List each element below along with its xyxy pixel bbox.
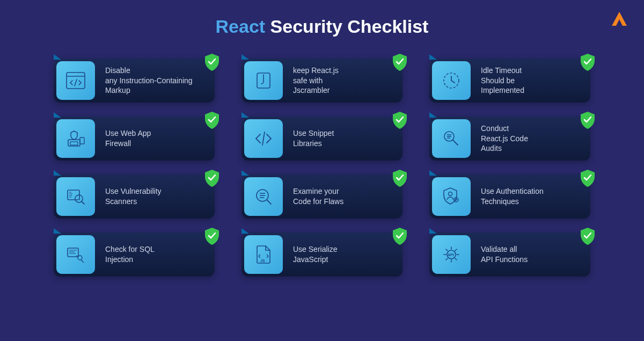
- card-fold-decoration: [429, 112, 437, 118]
- card-label: Examine yourCode for Flaws: [286, 186, 402, 207]
- card-fold-decoration: [429, 170, 437, 176]
- checklist-card: Check for SQLInjection: [54, 233, 215, 277]
- checklist-card: Use VulnerabilityScanners: [54, 175, 215, 219]
- auth-shield-icon: [432, 177, 471, 216]
- card-fold-decoration: [429, 228, 437, 234]
- checklist-card: Validate allAPI Functions: [429, 233, 590, 277]
- checklist-card: Use SnippetLibraries: [241, 117, 402, 161]
- clock-idle-icon: [432, 61, 471, 100]
- card-label: Disableany Instruction-Containing Markup: [98, 66, 215, 96]
- checklist-card: Use AuthenticationTechniques: [429, 175, 590, 219]
- shield-check-icon: [204, 169, 220, 187]
- shield-check-icon: [580, 53, 596, 71]
- shield-check-icon: [580, 169, 596, 187]
- checklist-card: ConductReact.js CodeAudits: [429, 117, 590, 161]
- card-label: Idle TimeoutShould beImplemented: [473, 66, 590, 96]
- js-file-icon: [244, 235, 283, 274]
- checklist-card: Examine yourCode for Flaws: [241, 175, 402, 219]
- card-fold-decoration: [241, 228, 249, 234]
- title-rest: Security Checklist: [265, 16, 428, 37]
- card-fold-decoration: [54, 170, 61, 176]
- page-title: React Security Checklist: [0, 0, 644, 37]
- card-fold-decoration: [54, 112, 61, 118]
- shield-check-icon: [204, 111, 220, 129]
- card-fold-decoration: [241, 54, 249, 60]
- checklist-card: Use SerializeJavaScript: [241, 233, 402, 277]
- brand-logo: [610, 10, 629, 31]
- checklist-card: Use Web AppFirewall: [54, 117, 215, 161]
- shield-check-icon: [392, 53, 408, 71]
- card-label: Check for SQLInjection: [98, 244, 215, 265]
- card-label: Use VulnerabilityScanners: [98, 186, 215, 207]
- shield-check-icon: [392, 169, 408, 187]
- scanner-icon: [56, 177, 95, 216]
- sql-injection-icon: [56, 235, 95, 274]
- card-label: Use SnippetLibraries: [286, 128, 402, 149]
- title-accent: React: [216, 16, 266, 37]
- card-label: Use Web AppFirewall: [98, 128, 215, 149]
- card-label: Use SerializeJavaScript: [286, 244, 402, 265]
- magnify-doc-icon: [244, 177, 283, 216]
- card-fold-decoration: [241, 112, 249, 118]
- shield-check-icon: [392, 227, 408, 245]
- card-fold-decoration: [54, 54, 61, 60]
- shield-check-icon: [580, 111, 596, 129]
- card-label: Validate allAPI Functions: [473, 244, 590, 265]
- checklist-card: keep React.jssafe withJscrambler: [241, 59, 402, 103]
- api-gear-icon: [432, 235, 471, 274]
- jscrambler-icon: [244, 61, 283, 100]
- card-fold-decoration: [54, 228, 61, 234]
- shield-check-icon: [392, 111, 408, 129]
- card-label: ConductReact.js CodeAudits: [473, 124, 590, 154]
- code-slash-icon: [244, 119, 283, 158]
- firewall-shield-icon: [56, 119, 95, 158]
- shield-check-icon: [204, 227, 220, 245]
- checklist-card: Disableany Instruction-Containing Markup: [54, 59, 215, 103]
- code-audit-icon: [432, 119, 471, 158]
- card-fold-decoration: [241, 170, 249, 176]
- checklist-grid: Disableany Instruction-Containing Markup…: [0, 37, 644, 277]
- card-fold-decoration: [429, 54, 437, 60]
- checklist-card: Idle TimeoutShould beImplemented: [429, 59, 590, 103]
- code-window-icon: [56, 61, 95, 100]
- card-label: Use AuthenticationTechniques: [473, 186, 590, 207]
- card-label: keep React.jssafe withJscrambler: [286, 66, 402, 96]
- shield-check-icon: [204, 53, 220, 71]
- shield-check-icon: [580, 227, 596, 245]
